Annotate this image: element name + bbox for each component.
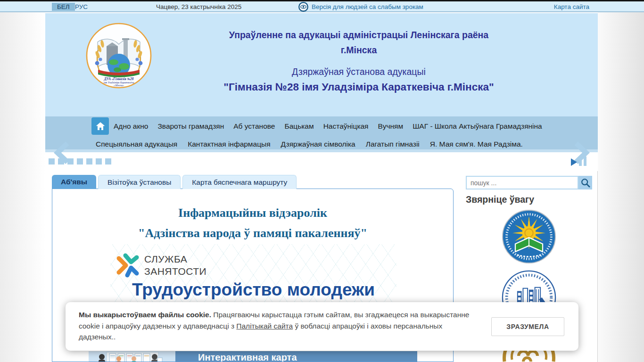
nav-item-lagatyp[interactable]: Лагатып гімназіі [366,140,420,148]
accessibility-version-label: Версія для людзей са слабым зрокам [312,3,423,10]
employment-service-name: СЛУЖБА ЗАНЯТОСТИ [144,253,206,278]
department-title-line1: Упраўленне па адукацыі адміністрацыі Лен… [163,27,554,42]
nav-item-simvolika[interactable]: Дзяржаўная сімволіка [281,140,355,148]
svg-text:г.Мінска»: г.Мінска» [114,84,124,87]
tab-safe-route-map[interactable]: Карта бяспечнага маршруту [182,175,297,189]
accessibility-version-link[interactable]: Версія для людзей са слабым зрокам [298,2,423,12]
cookie-text-bold: Мы выкарыстоўваем файлы cookie. [79,311,211,319]
slider-dot-6[interactable] [96,158,102,165]
slider-dot-3[interactable] [67,158,74,165]
site-header: ДУА «Гімназія №28 імя Уладзіміра Каратке… [45,13,598,116]
search-input[interactable] [466,176,578,189]
slider-strip [45,155,598,172]
cookie-consent-banner: Мы выкарыстоўваем файлы cookie. Працягва… [66,302,578,351]
cookie-accept-button[interactable]: ЗРАЗУМЕЛА [491,317,564,336]
nav-item-zvaroty[interactable]: Звароты грамадзян [157,122,224,131]
nav-item-kantakty[interactable]: Кантактная інфармацыя [188,140,270,148]
nav-item-ab-ustanove[interactable]: Аб установе [233,122,275,131]
video-heading-line2: "Адзінства народа ў памяці пакаленняў" [52,226,453,240]
nav-item-shag[interactable]: ШАГ - Школа Актыўнага Грамадзяніна [413,122,542,131]
page: БЕЛ РУС Чацвер, 23 кастрычніка 2025 Верс… [0,0,644,362]
home-icon [95,121,106,132]
school-name: "Гімназія №28 імя Уладзіміра Караткевіча… [163,81,554,93]
lang-switch-rus[interactable]: РУС [75,3,88,10]
nav-item-nastaunickaya[interactable]: Настаўніцкая [323,122,369,131]
main-navigation: Адно акно Звароты грамадзян Аб установе … [45,116,598,152]
slider-dots [49,158,111,165]
cookie-consent-text: Мы выкарыстоўваем файлы cookie. Працягва… [79,309,474,343]
nav-item-adno-akno[interactable]: Адно акно [114,122,148,131]
sitemap-link[interactable]: Карта сайта [554,3,589,10]
slider-dot-5[interactable] [86,158,92,165]
header-titles: Упраўленне па адукацыі адміністрацыі Лен… [163,13,554,93]
search-button[interactable] [578,176,592,189]
site-search [466,176,592,189]
institution-type: Дзяржаўная ўстанова адукацыі [163,65,554,78]
home-button[interactable] [91,117,109,135]
nav-item-specadukacyja[interactable]: Спецыяльная адукацыя [96,140,177,148]
map-banner-illustration [89,351,175,362]
interactive-map-title: Интерактивная карта [175,351,417,362]
tab-vizitowka[interactable]: Візітоўка ўстановы [98,175,181,189]
ministry-of-education-logo[interactable] [502,209,556,264]
nav-item-backam[interactable]: Бацькам [284,122,314,131]
slider-dot-7[interactable] [105,158,111,165]
slider-dot-2[interactable] [58,158,64,165]
nav-item-radzima[interactable]: Я. Мая сям'я. Мая Радзіма. [430,140,523,148]
page-left-margin [0,12,45,362]
employment-service-icon [113,252,140,279]
youth-employment-title: Трудоустройство молодежи [110,280,396,300]
video-heading-line1: Інфармацыйны відэаролік [52,206,453,220]
eye-icon [298,2,308,12]
svg-text:ДУА «Гімназія №28: ДУА «Гімназія №28 [104,77,134,81]
lang-switch-bel[interactable]: БЕЛ [52,3,75,11]
page-right-margin [598,12,644,362]
school-logo[interactable]: ДУА «Гімназія №28 імя Уладзіміра Каратке… [86,23,152,89]
department-title-line2: г.Мінска [163,42,554,58]
slider-dot-4[interactable] [77,158,83,165]
attention-heading: Звярніце ўвагу [466,194,534,205]
interactive-map-banner[interactable]: Интерактивная карта [89,351,418,362]
search-icon [580,178,591,188]
tab-abyavy[interactable]: Аб'явы [52,175,96,189]
utility-topbar: БЕЛ РУС Чацвер, 23 кастрычніка 2025 Верс… [0,1,644,12]
content-right-divider [597,171,598,362]
nav-row-1: Адно акно Звароты грамадзян Аб установе … [114,116,542,136]
slider-pause-icon[interactable] [579,156,586,166]
site-policy-link[interactable]: Палітыкай сайта [236,322,293,330]
content-tabs: Аб'явы Візітоўка ўстановы Карта бяспечна… [52,175,297,189]
nav-item-vuchnyam[interactable]: Вучням [378,122,404,131]
nav-row-2: Спецыяльная адукацыя Кантактная інфармац… [96,136,523,152]
current-date: Чацвер, 23 кастрычніка 2025 [156,3,241,10]
slider-play-icon[interactable] [571,158,577,166]
slider-dot-1[interactable] [49,158,55,165]
employment-service-logo: СЛУЖБА ЗАНЯТОСТИ [113,252,206,279]
